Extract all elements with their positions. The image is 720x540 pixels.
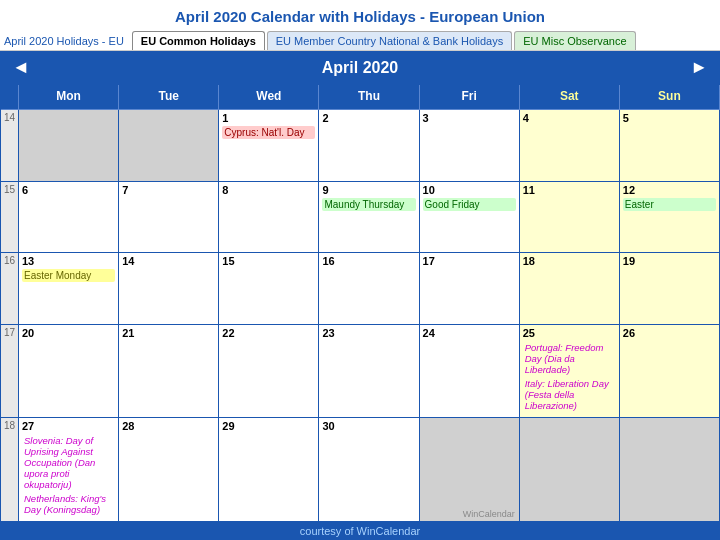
- day-apr-26: 26: [620, 325, 720, 418]
- week-num-14: 14: [1, 110, 19, 182]
- day-apr-19: 19: [620, 253, 720, 325]
- next-month-button[interactable]: ►: [690, 57, 708, 78]
- page-title: April 2020 Calendar with Holidays - Euro…: [0, 0, 720, 29]
- day-apr-25: 25 Portugal: Freedom Day (Dia da Liberda…: [520, 325, 620, 418]
- event-cyprus-natl: Cyprus: Nat'l. Day: [222, 126, 315, 139]
- week-num-17: 17: [1, 325, 19, 418]
- week-num-16: 16: [1, 253, 19, 325]
- day-apr-8: 8: [219, 182, 319, 254]
- nav-header: ◄ April 2020 ►: [0, 51, 720, 84]
- month-year-title: April 2020: [322, 59, 398, 77]
- header-wed: Wed: [219, 85, 319, 110]
- tab-eu-national[interactable]: EU Member Country National & Bank Holida…: [267, 31, 512, 50]
- event-italy-liberation: Italy: Liberation Day (Festa della Liber…: [523, 377, 616, 412]
- day-out-1: WinCalendar: [420, 418, 520, 522]
- day-apr-22: 22: [219, 325, 319, 418]
- day-apr-2: 2: [319, 110, 419, 182]
- day-out-3: [620, 418, 720, 522]
- wincalendar-label: WinCalendar: [463, 509, 515, 519]
- day-apr-16: 16: [319, 253, 419, 325]
- day-apr-14: 14: [119, 253, 219, 325]
- event-slovenia-uprising: Slovenia: Day of Uprising Against Occupa…: [22, 434, 115, 491]
- day-apr-10: 10 Good Friday: [420, 182, 520, 254]
- tab-section-label: April 2020 Holidays - EU: [4, 35, 124, 47]
- tabs-row: April 2020 Holidays - EU EU Common Holid…: [0, 29, 720, 51]
- day-empty-1: [19, 110, 119, 182]
- prev-month-button[interactable]: ◄: [12, 57, 30, 78]
- day-apr-12: 12 Easter: [620, 182, 720, 254]
- day-apr-24: 24: [420, 325, 520, 418]
- event-maundy-thursday: Maundy Thursday: [322, 198, 415, 211]
- event-netherlands-kings: Netherlands: King's Day (Koningsdag): [22, 492, 115, 516]
- event-portugal-freedom: Portugal: Freedom Day (Dia da Liberdade): [523, 341, 616, 376]
- calendar-grid: Mon Tue Wed Thu Fri Sat Sun 14 1 Cyprus:…: [0, 84, 720, 522]
- day-apr-17: 17: [420, 253, 520, 325]
- day-out-2: [520, 418, 620, 522]
- header-tue: Tue: [119, 85, 219, 110]
- event-good-friday: Good Friday: [423, 198, 516, 211]
- tab-eu-misc[interactable]: EU Misc Observance: [514, 31, 635, 50]
- day-apr-11: 11: [520, 182, 620, 254]
- day-apr-23: 23: [319, 325, 419, 418]
- day-apr-7: 7: [119, 182, 219, 254]
- day-apr-9: 9 Maundy Thursday: [319, 182, 419, 254]
- day-empty-2: [119, 110, 219, 182]
- day-apr-21: 21: [119, 325, 219, 418]
- event-easter: Easter: [623, 198, 716, 211]
- week-num-header: [1, 85, 19, 110]
- footer-watermark: courtesy of WinCalendar: [0, 522, 720, 540]
- header-sat: Sat: [520, 85, 620, 110]
- day-apr-3: 3: [420, 110, 520, 182]
- header-thu: Thu: [319, 85, 419, 110]
- day-apr-6: 6: [19, 182, 119, 254]
- event-easter-monday: Easter Monday: [22, 269, 115, 282]
- day-apr-28: 28: [119, 418, 219, 522]
- day-apr-18: 18: [520, 253, 620, 325]
- tab-eu-common[interactable]: EU Common Holidays: [132, 31, 265, 50]
- day-apr-20: 20: [19, 325, 119, 418]
- week-num-18: 18: [1, 418, 19, 522]
- day-apr-27: 27 Slovenia: Day of Uprising Against Occ…: [19, 418, 119, 522]
- day-apr-30: 30: [319, 418, 419, 522]
- day-apr-1: 1 Cyprus: Nat'l. Day: [219, 110, 319, 182]
- header-sun: Sun: [620, 85, 720, 110]
- header-mon: Mon: [19, 85, 119, 110]
- page-wrapper: April 2020 Calendar with Holidays - Euro…: [0, 0, 720, 540]
- day-apr-4: 4: [520, 110, 620, 182]
- day-apr-5: 5: [620, 110, 720, 182]
- day-apr-13: 13 Easter Monday: [19, 253, 119, 325]
- header-fri: Fri: [420, 85, 520, 110]
- day-apr-15: 15: [219, 253, 319, 325]
- day-apr-29: 29: [219, 418, 319, 522]
- week-num-15: 15: [1, 182, 19, 254]
